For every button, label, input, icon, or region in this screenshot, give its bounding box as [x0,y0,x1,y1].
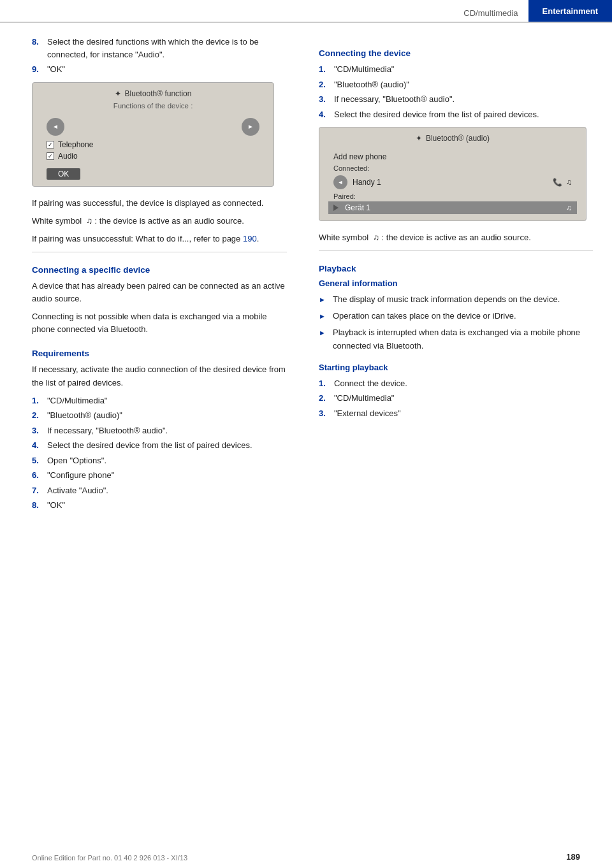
left-step-5: 5. Open "Options". [32,454,287,467]
bt-mockup-title: ✦ Bluetooth® function [41,89,265,98]
bullet-item-2: ► Operation can takes place on the devic… [319,310,593,322]
bullet-text-3: Playback is interrupted when data is exc… [333,326,593,352]
right-step-num-4: 4. [319,108,332,121]
bullet-arrow-2: ► [319,311,329,322]
right-step-num-2: 2. [319,78,332,91]
nav-right-btn[interactable]: ► [242,118,259,136]
telephone-checkbox[interactable]: ✓ [47,141,54,148]
left-step-7: 7. Activate "Audio". [32,484,287,497]
left-step-num-7: 7. [32,484,45,497]
left-step-text-1: "CD/Multimedia" [47,394,287,407]
telephone-label: Telephone [58,140,93,149]
bt-mockup-subtitle: Functions of the device : [41,102,265,110]
step-num-8: 8. [32,36,45,61]
left-step-num-8: 8. [32,499,45,512]
bullet-arrow-1: ► [319,294,329,306]
general-info-heading: General information [319,278,593,288]
page-number: 189 [566,852,580,862]
left-step-num-5: 5. [32,454,45,467]
nav-left-btn[interactable]: ◄ [47,118,64,136]
bullet-item-3: ► Playback is interrupted when data is e… [319,326,593,352]
music-note-icon: ♫ [566,178,572,187]
step-item-9: 9. "OK" [32,63,287,76]
left-step-num-6: 6. [32,469,45,482]
left-step-num-4: 4. [32,439,45,452]
white-symbol-para-left: White symbol ♫ : the device is active as… [32,215,287,228]
bullet-text-2: Operation can takes place on the device … [333,310,516,322]
header-entertainment-label: Entertainment [528,0,612,22]
starting-steps-list: 1. Connect the device. 2. "CD/Multimedia… [319,377,593,420]
starting-step-num-1: 1. [319,377,332,390]
left-step-num-3: 3. [32,424,45,437]
right-column: Connecting the device 1. "CD/Multimedia"… [306,36,612,514]
requirements-heading: Requirements [32,349,287,358]
right-step-text-1: "CD/Multimedia" [334,63,593,76]
bt-mockup-right: ✦ Bluetooth® (audio) Add new phone Conne… [319,127,586,221]
left-step-text-5: Open "Options". [47,454,287,467]
bt-nav-left[interactable]: ◄ [333,175,347,189]
left-step-1: 1. "CD/Multimedia" [32,394,287,407]
right-step-2: 2. "Bluetooth® (audio)" [319,78,593,91]
bt-connected-label: Connected: [328,163,577,173]
left-step-8: 8. "OK" [32,499,287,512]
audio-checkbox[interactable]: ✓ [47,152,54,160]
left-steps-list: 1. "CD/Multimedia" 2. "Bluetooth® (audio… [32,394,287,512]
bt-icon: ✦ [115,89,121,98]
step-text-9: "OK" [47,63,287,76]
bt-checkbox-telephone: ✓ Telephone [41,139,265,150]
pairing-fail-para: If pairing was unsuccessful: What to do … [32,233,287,245]
starting-step-2: 2. "CD/Multimedia" [319,392,593,405]
left-step-text-3: If necessary, "Bluetooth® audio". [47,424,287,437]
connecting-specific-para2: Connecting is not possible when data is … [32,310,287,336]
divider-right-1 [319,250,593,251]
right-step-3: 3. If necessary, "Bluetooth® audio". [319,93,593,106]
left-step-text-6: "Configure phone" [47,469,287,482]
starting-step-text-2: "CD/Multimedia" [334,392,593,405]
starting-step-text-1: Connect the device. [334,377,593,390]
left-step-3: 3. If necessary, "Bluetooth® audio". [32,424,287,437]
page-footer: Online Edition for Part no. 01 40 2 926 … [0,852,612,862]
step-num-9: 9. [32,63,45,76]
right-step-text-2: "Bluetooth® (audio)" [334,78,593,91]
audio-label: Audio [58,152,78,161]
bt-right-title: ✦ Bluetooth® (audio) [328,134,577,143]
header-cd-label: CD/multimedia [463,4,528,18]
page-content: 8. Select the desired functions with whi… [0,23,612,514]
page-header: CD/multimedia Entertainment [0,0,612,23]
starting-step-num-2: 2. [319,392,332,405]
starting-step-num-3: 3. [319,407,332,420]
bt-mockup-left: ✦ Bluetooth® function Functions of the d… [32,82,274,187]
left-step-text-2: "Bluetooth® (audio)" [47,409,287,422]
left-step-text-8: "OK" [47,499,287,512]
left-step-6: 6. "Configure phone" [32,469,287,482]
requirements-para: If necessary, activate the audio connect… [32,363,287,389]
starting-step-1: 1. Connect the device. [319,377,593,390]
left-step-4: 4. Select the desired device from the li… [32,439,287,452]
right-step-text-3: If necessary, "Bluetooth® audio". [334,93,593,106]
bt-add-new-phone: Add new phone [328,150,577,163]
page-link[interactable]: 190 [243,234,257,243]
paired-music-icon: ♫ [566,203,572,212]
bt-connected-device: ◄ Handy 1 📞 ♫ [328,173,577,191]
bullet-text-1: The display of music track information d… [333,293,560,306]
bt-nav-row: ◄ ► [41,116,265,138]
left-step-num-2: 2. [32,409,45,422]
step-text-8: Select the desired functions with which … [47,36,287,61]
left-step-num-1: 1. [32,394,45,407]
left-step-text-7: Activate "Audio". [47,484,287,497]
right-step-num-3: 3. [319,93,332,106]
bt-ok-button[interactable]: OK [47,168,80,180]
starting-step-text-3: "External devices" [334,407,593,420]
white-symbol-para-right: White symbol ♫ : the device is active as… [319,231,593,244]
right-step-num-1: 1. [319,63,332,76]
left-step-text-4: Select the desired device from the list … [47,439,287,452]
bt-paired-device: Gerät 1 ♫ [328,201,577,214]
starting-step-3: 3. "External devices" [319,407,593,420]
left-column: 8. Select the desired functions with whi… [0,36,306,514]
step-item-8: 8. Select the desired functions with whi… [32,36,287,61]
connecting-specific-para1: A device that has already been paired ca… [32,280,287,305]
right-steps-list: 1. "CD/Multimedia" 2. "Bluetooth® (audio… [319,63,593,120]
bt-checkbox-audio: ✓ Audio [41,150,265,162]
right-step-4: 4. Select the desired device from the li… [319,108,593,121]
bullet-item-1: ► The display of music track information… [319,293,593,306]
